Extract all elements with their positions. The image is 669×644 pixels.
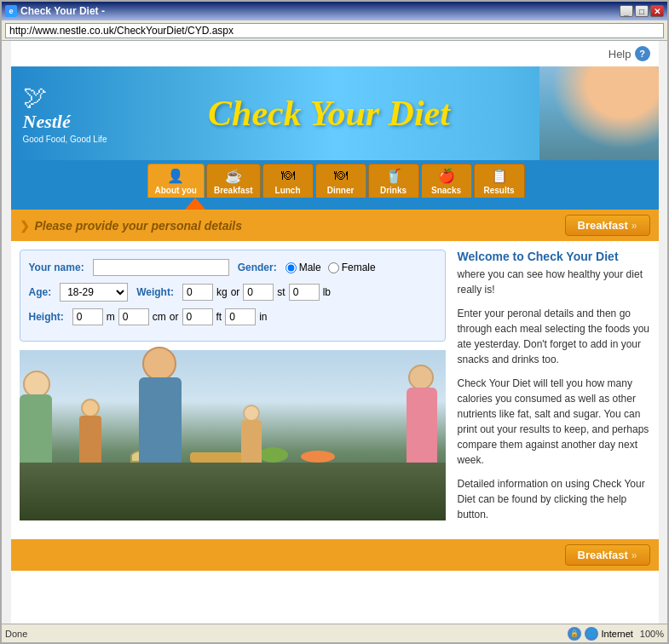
bottom-next-button[interactable]: Breakfast »	[565, 544, 650, 566]
drinks-icon: 🥤	[384, 167, 404, 184]
weight-kg-input[interactable]	[182, 284, 213, 301]
close-button[interactable]: ✕	[650, 5, 664, 17]
status-internet-label: Internet	[602, 629, 633, 639]
tab-dinner[interactable]: 🍽 Dinner	[315, 164, 366, 198]
gender-female-label: Female	[342, 262, 376, 273]
nestle-logo-area: 🕊 Nestlé Good Food, Good Life	[11, 74, 119, 152]
height-in-input[interactable]	[225, 308, 256, 325]
tab-about-you[interactable]: 👤 About you	[147, 164, 205, 198]
weight-lb-unit: lb	[323, 286, 331, 298]
orange-bar-left: ❯ Please provide your personal details	[20, 219, 243, 233]
window-title: Check Your Diet -	[20, 5, 105, 17]
height-ft-unit: ft	[216, 311, 222, 323]
person-right-head	[408, 365, 434, 390]
weight-kg-unit: kg	[216, 286, 228, 298]
age-label: Age:	[29, 286, 52, 298]
tab-breakfast[interactable]: ☕ Breakfast	[206, 164, 261, 198]
nestle-bird-icon: 🕊	[23, 83, 107, 111]
results-icon: 📋	[489, 167, 510, 184]
help-label: Help	[608, 48, 632, 60]
weight-st-input[interactable]	[243, 284, 274, 301]
title-bar: e Check Your Diet - _ □ ✕	[2, 2, 667, 20]
banner-title: Check Your Diet	[118, 93, 539, 134]
person-left	[20, 371, 52, 463]
gender-label: Gender:	[238, 262, 277, 273]
help-icon: ?	[635, 46, 650, 61]
food-tomato	[301, 451, 335, 463]
top-next-chevrons: »	[632, 220, 637, 232]
top-next-label: Breakfast	[578, 219, 628, 232]
height-group: m cm or ft in	[72, 308, 268, 325]
status-text: Done	[5, 629, 27, 639]
weight-st-unit: st	[277, 286, 285, 298]
height-m-input[interactable]	[72, 308, 103, 325]
sidebar-para-3: Check Your Diet will tell you how many c…	[458, 376, 650, 468]
bottom-next-chevrons: »	[632, 549, 637, 561]
arrow-container	[169, 198, 222, 210]
banner-woman-image	[539, 66, 659, 160]
status-right: 🔒 🌐 Internet 100%	[568, 627, 664, 641]
about-you-icon: 👤	[165, 167, 186, 184]
personal-details-form: Your name: Gender: Male Female	[20, 250, 446, 342]
gender-female-radio[interactable]	[328, 262, 339, 273]
tab-drinks[interactable]: 🥤 Drinks	[368, 164, 419, 198]
browser-window: e Check Your Diet - _ □ ✕ Help ?	[0, 0, 669, 644]
height-label: Height:	[29, 311, 64, 323]
height-or-text: or	[170, 311, 179, 323]
gender-male-radio[interactable]	[285, 262, 297, 273]
weight-label: Weight:	[136, 286, 174, 298]
height-cm-input[interactable]	[118, 308, 149, 325]
minimize-button[interactable]: _	[620, 5, 633, 17]
name-input[interactable]	[93, 259, 229, 276]
child-left-body	[79, 416, 101, 463]
gender-male-label: Male	[299, 262, 321, 273]
gender-female-option[interactable]: Female	[328, 262, 376, 273]
child-right-body	[241, 420, 262, 463]
height-ft-input[interactable]	[182, 308, 213, 325]
child-right-head	[243, 405, 260, 422]
age-select[interactable]: 18-29 30-39 40-49 50-59 60+	[60, 283, 128, 302]
tab-results[interactable]: 📋 Results	[474, 164, 525, 198]
help-button[interactable]: Help ?	[608, 46, 650, 61]
status-lock-icon: 🔒	[568, 627, 581, 641]
top-next-button[interactable]: Breakfast »	[565, 215, 650, 236]
height-in-unit: in	[259, 311, 267, 323]
weight-group: kg or st lb	[182, 284, 331, 301]
arrow-up-icon	[185, 198, 205, 210]
orange-bar: ❯ Please provide your personal details B…	[11, 210, 659, 241]
tab-lunch[interactable]: 🍽 Lunch	[262, 164, 314, 198]
orange-bar-text: Please provide your personal details	[35, 219, 243, 233]
child-right	[241, 405, 262, 463]
tab-dinner-label: Dinner	[327, 186, 355, 195]
gender-male-option[interactable]: Male	[285, 262, 321, 273]
status-internet-icon: 🌐	[585, 627, 598, 641]
tab-drinks-label: Drinks	[380, 186, 407, 195]
name-label: Your name:	[29, 262, 84, 273]
status-icons: 🔒 🌐 Internet	[568, 627, 633, 641]
sidebar-para-1: where you can see how healthy your diet …	[458, 267, 650, 297]
active-tab-arrow	[11, 198, 659, 210]
browser-icon: e	[5, 5, 17, 17]
name-row: Your name: Gender: Male Female	[29, 259, 436, 276]
woman-photo	[539, 66, 659, 160]
tab-snacks[interactable]: 🍎 Snacks	[421, 164, 472, 198]
title-bar-controls: _ □ ✕	[620, 5, 664, 17]
address-bar[interactable]	[5, 23, 664, 38]
food-veggie	[258, 447, 288, 463]
bottom-next-label: Breakfast	[578, 549, 628, 561]
gender-group: Male Female	[285, 262, 376, 273]
maximize-button[interactable]: □	[635, 5, 649, 17]
sidebar-title: Welcome to Check Your Diet	[458, 250, 650, 263]
sidebar-para-2: Enter your peronal details and then go t…	[458, 306, 650, 367]
page-wrapper: Help ? 🕊 Nestlé Good Food, Good Life Che…	[11, 41, 659, 624]
person-center-body	[139, 377, 182, 463]
weight-lb-input[interactable]	[289, 284, 320, 301]
person-right	[407, 365, 437, 463]
content-area: Help ? 🕊 Nestlé Good Food, Good Life Che…	[2, 41, 667, 624]
form-area: Your name: Gender: Male Female	[20, 250, 446, 531]
height-row: Height: m cm or ft in	[29, 308, 436, 325]
orange-chevron-icon: ❯	[20, 219, 30, 233]
snacks-icon: 🍎	[436, 167, 457, 184]
family-photo	[20, 350, 446, 520]
orange-footer: Breakfast »	[11, 539, 659, 571]
